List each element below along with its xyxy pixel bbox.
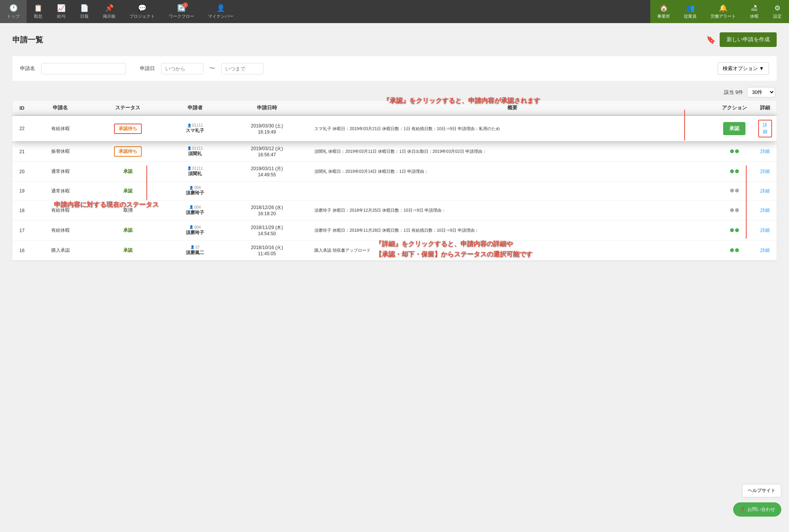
toggle-switch[interactable]	[730, 149, 739, 153]
date-to-input[interactable]	[221, 63, 264, 74]
cell-date	[224, 182, 310, 201]
cell-id: 21	[12, 142, 32, 162]
per-page-select[interactable]: 30件 50件 100件	[747, 87, 775, 97]
nav-mynumber[interactable]: 👤 マイナンバー	[201, 0, 240, 23]
cell-date: 2019/03/12 (火) 16:56:47	[224, 142, 310, 162]
cell-name: 購入承認	[32, 241, 89, 261]
contact-label: お問い合わせ	[747, 506, 775, 513]
cell-detail[interactable]: 詳細	[754, 182, 777, 201]
date-from-input[interactable]	[161, 63, 203, 74]
cell-name: 有給休暇	[32, 115, 89, 142]
cell-date: 2018/10/16 (火) 11:45:05	[224, 241, 310, 261]
nav-alert-label: 労働アラート	[710, 13, 736, 19]
nav-workflow[interactable]: 🔄 1 ワークフロー	[162, 0, 201, 23]
cell-detail[interactable]: 詳細	[754, 162, 777, 182]
search-name-input[interactable]	[41, 63, 126, 74]
toggle-switch[interactable]	[730, 228, 739, 232]
applications-table-container: ID 申請名 ステータス 申請者 申請日時 概要 アクション 詳細 22 有給休…	[12, 100, 777, 261]
gear-icon: ⚙	[774, 4, 781, 12]
col-detail: 詳細	[754, 100, 777, 115]
cell-detail[interactable]: 詳細	[754, 241, 777, 261]
cell-date: 2018/11/29 (木) 14:54:50	[224, 221, 310, 241]
cell-action	[715, 182, 754, 201]
calendar-icon: 📋	[34, 4, 42, 12]
status-badge: 承認待ち	[114, 146, 142, 157]
cell-id: 18	[12, 201, 32, 221]
contact-button[interactable]: ❓ お問い合わせ	[733, 502, 781, 517]
cell-summary: 須聞礼 休暇日：2019年03月14日 休暇日数：1日 申請理由：	[310, 162, 715, 182]
cell-summary: 須聞礼 休暇日：2019年03月11日 休暇日数：1日 休日出勤日：2019年0…	[310, 142, 715, 162]
nav-holiday[interactable]: 🏖 休暇	[743, 0, 766, 23]
toggle-switch[interactable]	[730, 248, 739, 252]
nav-project[interactable]: 💬 プロジェクト	[123, 0, 162, 23]
nav-top[interactable]: 🕐 トップ	[0, 0, 27, 23]
header-actions: 🔖 新しい申請を作成	[706, 32, 777, 47]
search-area: 申請名 申請日 〜 検索オプション ▼	[12, 56, 777, 81]
status-badge: 承認待ち	[114, 124, 142, 134]
cell-name: 有給休暇	[32, 201, 89, 221]
nav-employee[interactable]: 👥 従業員	[677, 0, 703, 23]
question-icon: ❓	[739, 507, 745, 512]
nav-salary-label: 給与	[57, 13, 65, 19]
status-badge: 取消	[119, 206, 136, 215]
nav-attendance[interactable]: 📋 勤怠	[27, 0, 50, 23]
cell-applicant: 👤 01111 スマ礼子	[166, 115, 224, 142]
nav-alert[interactable]: 🔔 労働アラート	[703, 0, 743, 23]
toggle-switch[interactable]	[730, 189, 739, 192]
toggle-switch[interactable]	[730, 169, 739, 173]
status-badge: 承認	[119, 187, 136, 196]
toggle-switch[interactable]	[730, 208, 739, 212]
detail-link[interactable]: 詳細	[760, 188, 770, 194]
cell-summary: 須磨玲子 休暇日：2018年11月28日 休暇日数：1日 有給残日数：10日⇒9…	[310, 221, 715, 241]
search-options-button[interactable]: 検索オプション ▼	[718, 62, 769, 75]
nav-bulletin[interactable]: 📌 掲示板	[96, 0, 123, 23]
nav-employee-label: 従業員	[684, 13, 697, 19]
detail-link[interactable]: 詳細	[758, 120, 772, 137]
nav-diary-label: 日報	[80, 13, 89, 19]
nav-diary[interactable]: 📄 日報	[73, 0, 96, 23]
nav-salary[interactable]: 📈 給与	[50, 0, 73, 23]
cell-action: 承認	[715, 115, 754, 142]
cell-detail[interactable]: 詳細	[754, 115, 777, 142]
help-button[interactable]: ヘルプサイト	[742, 484, 781, 497]
table-row: 20 通常休暇 承認 👤 01111 須聞礼 2019/03/11 (月) 14…	[12, 162, 777, 182]
cell-date: 2018/12/26 (水) 16:18:20	[224, 201, 310, 221]
detail-link[interactable]: 詳細	[760, 169, 770, 174]
col-applicant: 申請者	[166, 100, 224, 115]
cell-id: 16	[12, 241, 32, 261]
detail-link[interactable]: 詳細	[760, 207, 770, 213]
cell-detail[interactable]: 詳細	[754, 201, 777, 221]
status-badge: 承認	[119, 226, 136, 235]
cell-action	[715, 221, 754, 241]
cell-detail[interactable]: 詳細	[754, 221, 777, 241]
col-action: アクション	[715, 100, 754, 115]
alert-icon: 🔔	[719, 4, 727, 12]
applications-table: ID 申請名 ステータス 申請者 申請日時 概要 アクション 詳細 22 有給休…	[12, 100, 777, 261]
cell-summary: スマ礼子 休暇日：2019年03月21日 休暇日数：1日 有給残日数：10日⇒9…	[310, 115, 715, 142]
page-header: 申請一覧 🔖 新しい申請を作成	[12, 32, 777, 47]
cell-detail[interactable]: 詳細	[754, 142, 777, 162]
chart-icon: 📈	[57, 4, 65, 12]
nav-office[interactable]: 🏠 事業所	[650, 0, 677, 23]
nav-office-label: 事業所	[657, 13, 670, 19]
create-application-button[interactable]: 新しい申請を作成	[720, 32, 777, 47]
detail-link[interactable]: 詳細	[760, 228, 770, 233]
detail-link[interactable]: 詳細	[760, 248, 770, 253]
cell-applicant: 👤 01111 須聞礼	[166, 162, 224, 182]
pin-icon: 📌	[105, 4, 114, 12]
detail-link[interactable]: 詳細	[760, 149, 770, 154]
approve-button[interactable]: 承認	[723, 122, 745, 135]
employee-number: 👤 004	[171, 225, 219, 229]
employee-number: 👤 01111	[171, 166, 219, 171]
cell-status: 承認	[89, 221, 166, 241]
status-badge: 承認	[119, 246, 136, 255]
bookmark-icon[interactable]: 🔖	[706, 35, 716, 44]
chat-icon: 💬	[138, 4, 146, 12]
cell-date: 2019/03/11 (月) 14:49:55	[224, 162, 310, 182]
cell-status: 承認	[89, 182, 166, 201]
workflow-badge: 1	[183, 2, 188, 8]
cell-name: 振替休暇	[32, 142, 89, 162]
col-name: 申請名	[32, 100, 89, 115]
person-icon: 👤	[217, 4, 225, 12]
nav-settings[interactable]: ⚙ 設定	[766, 0, 789, 23]
